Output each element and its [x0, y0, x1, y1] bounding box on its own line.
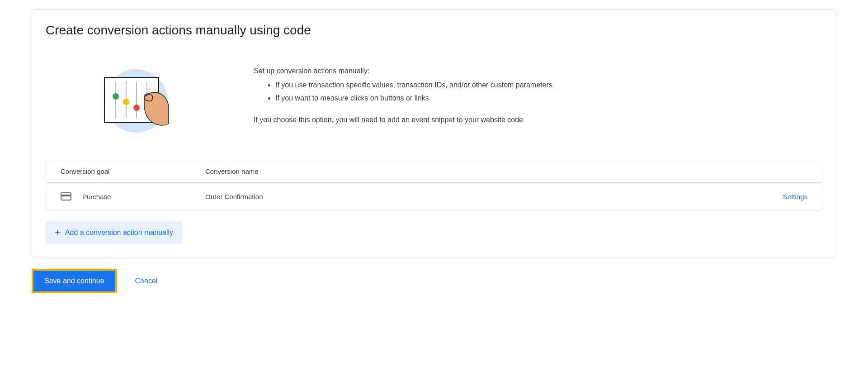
row-name: Order Confirmation — [205, 193, 783, 200]
intro-text: Set up conversion actions manually: If y… — [254, 65, 822, 128]
intro-lead: Set up conversion actions manually: — [254, 65, 822, 77]
intro-row: Set up conversion actions manually: If y… — [46, 65, 822, 137]
conversion-table: Conversion goal Conversion name Purchase… — [46, 160, 822, 210]
intro-bullet: If you use transaction specific values, … — [275, 79, 822, 91]
svg-point-6 — [113, 93, 119, 100]
footer-buttons: Save and continue Cancel — [32, 269, 836, 293]
header-name: Conversion name — [205, 167, 807, 175]
save-continue-button[interactable]: Save and continue — [32, 269, 117, 293]
cancel-button[interactable]: Cancel — [135, 277, 158, 285]
credit-card-icon — [61, 192, 71, 201]
plus-icon: + — [55, 228, 61, 238]
intro-note: If you choose this option, you will need… — [254, 114, 822, 126]
table-header: Conversion goal Conversion name — [46, 160, 822, 183]
row-goal: Purchase — [82, 193, 111, 200]
card-title: Create conversion actions manually using… — [46, 23, 822, 38]
add-button-label: Add a conversion action manually — [65, 229, 173, 237]
header-goal: Conversion goal — [61, 167, 205, 175]
svg-point-7 — [123, 99, 129, 105]
settings-link[interactable]: Settings — [783, 193, 807, 200]
add-conversion-button[interactable]: + Add a conversion action manually — [46, 221, 182, 244]
conversion-card: Create conversion actions manually using… — [32, 9, 836, 258]
sliders-illustration — [91, 65, 172, 137]
table-row: Purchase Order Confirmation Settings — [46, 183, 822, 210]
svg-rect-11 — [61, 195, 71, 196]
svg-point-8 — [133, 105, 140, 111]
intro-bullet: If you want to measure clicks on buttons… — [275, 92, 822, 104]
